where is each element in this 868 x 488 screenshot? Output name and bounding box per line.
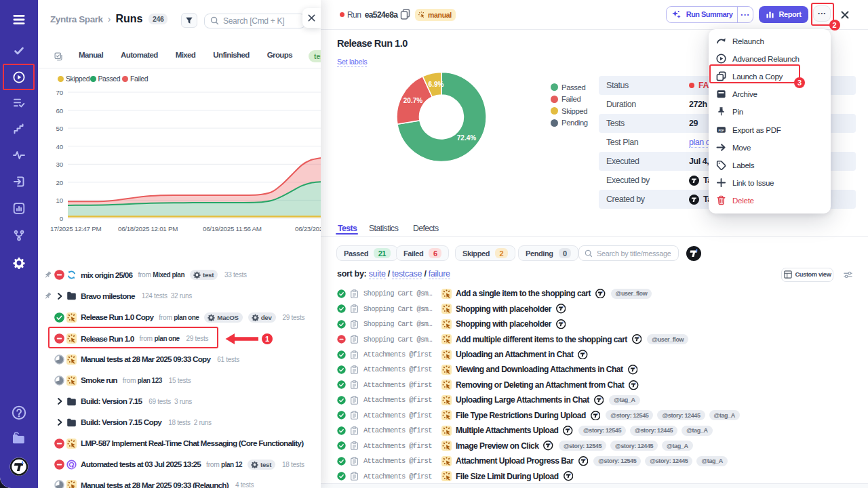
- svg-text:10: 10: [56, 197, 64, 204]
- svg-text:60: 60: [56, 107, 64, 115]
- svg-text:06/18/2025 12:01 PM: 06/18/2025 12:01 PM: [118, 225, 178, 232]
- svg-text:06/23/202: 06/23/202: [295, 225, 321, 232]
- svg-text:20: 20: [56, 179, 64, 186]
- svg-text:70: 70: [56, 89, 64, 96]
- svg-text:0: 0: [60, 215, 64, 222]
- svg-text:50: 50: [56, 125, 64, 132]
- svg-text:PDF: PDF: [719, 128, 724, 131]
- svg-text:06/19/2025 11:56 AM: 06/19/2025 11:56 AM: [203, 225, 262, 232]
- svg-text:17/2025 12:47 PM: 17/2025 12:47 PM: [50, 225, 101, 232]
- svg-text:30: 30: [56, 161, 64, 168]
- svg-text:6.9%: 6.9%: [429, 81, 444, 88]
- svg-text:72.4%: 72.4%: [457, 134, 476, 142]
- svg-text:40: 40: [56, 143, 64, 150]
- svg-text:20.7%: 20.7%: [403, 97, 422, 104]
